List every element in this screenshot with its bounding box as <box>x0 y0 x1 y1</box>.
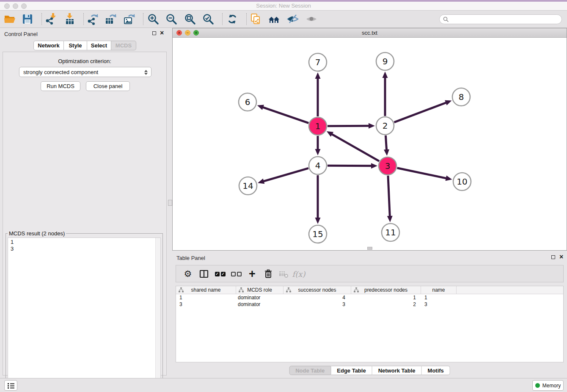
zoom-selected-icon[interactable] <box>202 13 214 25</box>
cell-successor-nodes[interactable]: 4 <box>284 294 351 301</box>
memory-button[interactable]: Memory <box>532 380 564 391</box>
column-header-predecessor-nodes[interactable]: predecessor nodes <box>351 286 421 294</box>
os-close-button[interactable] <box>4 3 10 9</box>
network-minimize-button[interactable]: − <box>185 30 190 36</box>
node-label: 10 <box>457 177 467 187</box>
tab-mcds[interactable]: MCDS <box>111 41 136 50</box>
cell-successor-nodes[interactable]: 3 <box>284 301 351 308</box>
network-close-button[interactable]: × <box>176 30 182 36</box>
refresh-view-icon[interactable] <box>226 13 238 25</box>
table-row[interactable]: 3 dominator 3 2 3 <box>176 301 563 308</box>
split-columns-icon[interactable] <box>197 267 211 281</box>
export-table-icon[interactable] <box>105 13 116 25</box>
select-all-checkboxes-icon[interactable]: ✓✓ <box>213 267 227 281</box>
graph-edge-2-3[interactable] <box>384 135 389 156</box>
os-zoom-button[interactable] <box>21 3 27 9</box>
cell-shared-name[interactable]: 3 <box>176 301 236 308</box>
clone-network-icon[interactable] <box>250 13 261 25</box>
close-panel-icon[interactable]: × <box>160 30 164 36</box>
float-table-panel-icon[interactable] <box>551 255 555 259</box>
graph-node-11[interactable]: 11 <box>382 224 399 241</box>
cell-name[interactable]: 3 <box>421 301 457 308</box>
column-header-mcds-role[interactable]: MCDS role <box>236 286 284 294</box>
graph-node-8[interactable]: 8 <box>452 88 470 106</box>
network-graph[interactable]: 1234678910111415 <box>173 38 567 250</box>
graph-edge-2-8[interactable] <box>394 100 452 122</box>
column-header-name[interactable]: name <box>421 286 457 294</box>
criterion-dropdown[interactable]: strongly connected component <box>19 67 151 77</box>
graph-node-9[interactable]: 9 <box>376 52 394 70</box>
network-hscroll-thumb[interactable] <box>367 247 372 250</box>
search-input[interactable] <box>449 16 561 23</box>
graph-edge-4-15[interactable] <box>315 175 321 224</box>
cell-predecessor-nodes[interactable]: 2 <box>351 301 421 308</box>
graph-edge-3-11[interactable] <box>387 176 393 222</box>
graph-edge-2-9[interactable] <box>383 72 388 116</box>
add-column-icon[interactable]: + <box>245 267 259 281</box>
result-scrollbar[interactable] <box>155 238 160 391</box>
graph-edge-4-3[interactable] <box>328 163 377 168</box>
os-minimize-button[interactable] <box>13 3 18 9</box>
cell-mcds-role[interactable]: dominator <box>236 294 284 301</box>
tab-network-table[interactable]: Network Table <box>372 366 422 375</box>
graph-node-2[interactable]: 2 <box>376 117 394 135</box>
result-line: 3 <box>8 246 160 252</box>
houses-icon[interactable] <box>268 13 280 25</box>
tab-select[interactable]: Select <box>87 41 111 50</box>
export-network-icon[interactable] <box>86 13 98 25</box>
graph-edge-1-4[interactable] <box>315 136 321 155</box>
column-header-shared-name[interactable]: shared name <box>176 286 236 294</box>
graph-edge-3-10[interactable] <box>397 168 452 181</box>
search-field[interactable] <box>439 14 562 24</box>
graph-node-7[interactable]: 7 <box>309 53 327 71</box>
graph-node-10[interactable]: 10 <box>453 173 471 190</box>
open-session-icon[interactable] <box>4 13 16 25</box>
cell-name[interactable]: 1 <box>421 294 457 301</box>
tab-edge-table[interactable]: Edge Table <box>331 366 372 375</box>
network-canvas[interactable]: 1234678910111415 <box>173 38 567 250</box>
task-history-button[interactable] <box>4 380 17 391</box>
graph-node-15[interactable]: 15 <box>309 225 327 243</box>
gear-icon[interactable]: ⚙ <box>181 267 195 281</box>
graph-edge-1-2[interactable] <box>328 123 375 129</box>
float-panel-icon[interactable] <box>152 31 156 35</box>
control-panel: Control Panel × Network Style Select MCD… <box>0 28 169 378</box>
export-image-icon[interactable] <box>123 13 135 25</box>
tab-style[interactable]: Style <box>64 41 87 50</box>
splitter-grip[interactable] <box>168 200 172 206</box>
graph-node-6[interactable]: 6 <box>239 93 256 111</box>
graph-edge-3-1[interactable] <box>327 131 379 161</box>
import-table-icon[interactable] <box>64 13 76 25</box>
tab-node-table[interactable]: Node Table <box>289 366 331 375</box>
cell-mcds-role[interactable]: dominator <box>236 301 284 308</box>
graph-node-1[interactable]: 1 <box>309 117 327 135</box>
zoom-fit-icon[interactable] <box>184 13 196 25</box>
eye-icon[interactable] <box>306 13 317 25</box>
graph-node-4[interactable]: 4 <box>309 157 327 174</box>
tab-network[interactable]: Network <box>33 41 64 50</box>
graph-edge-4-14[interactable] <box>258 168 308 184</box>
cell-predecessor-nodes[interactable]: 1 <box>351 294 421 301</box>
network-maximize-button[interactable]: + <box>193 30 199 36</box>
run-mcds-button[interactable]: Run MCDS <box>41 81 80 91</box>
zoom-out-icon[interactable] <box>165 13 177 25</box>
trash-icon[interactable] <box>261 267 275 281</box>
graph-node-3[interactable]: 3 <box>379 157 396 175</box>
node-label: 6 <box>245 97 250 107</box>
table-row[interactable]: 1 dominator 4 1 1 <box>176 294 563 301</box>
graph-edge-1-7[interactable] <box>315 72 321 116</box>
deselect-all-checkboxes-icon[interactable] <box>229 267 243 281</box>
cell-shared-name[interactable]: 1 <box>176 294 236 301</box>
eye-slash-icon[interactable] <box>287 13 299 25</box>
graph-edge-1-6[interactable] <box>257 105 309 123</box>
zoom-in-icon[interactable] <box>147 13 159 25</box>
close-panel-button[interactable]: Close panel <box>86 81 130 91</box>
save-session-icon[interactable] <box>22 13 33 25</box>
panel-splitter[interactable] <box>169 28 172 378</box>
column-header-successor-nodes[interactable]: successor nodes <box>284 286 351 294</box>
graph-node-14[interactable]: 14 <box>239 177 257 195</box>
import-network-icon[interactable] <box>45 13 57 25</box>
tab-motifs[interactable]: Motifs <box>422 366 450 375</box>
control-panel-tabs: Network Style Select MCDS <box>33 41 136 50</box>
close-table-panel-icon[interactable]: × <box>559 254 563 259</box>
